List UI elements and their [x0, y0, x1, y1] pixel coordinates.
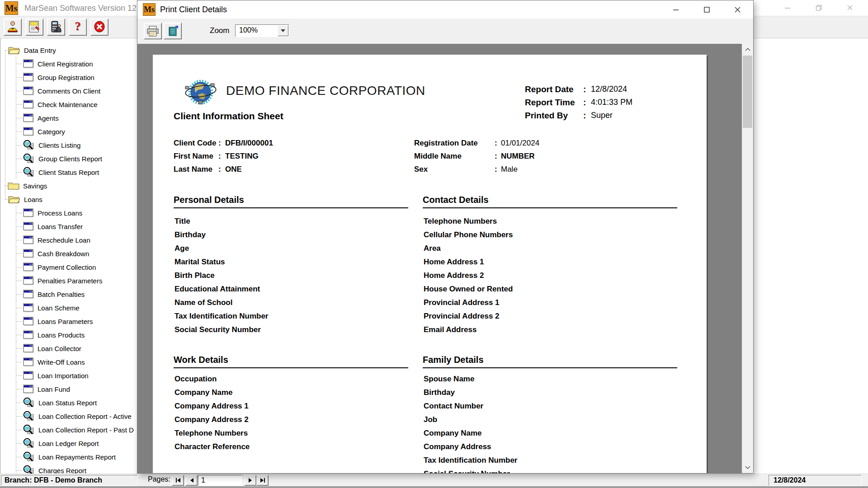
toolbar-button-exit[interactable] [90, 19, 108, 36]
tree-item-client-registration[interactable]: Client Registration [0, 57, 138, 70]
tree-item-charges-report[interactable]: Charges Report [0, 464, 138, 474]
tree-item-savings[interactable]: Savings [0, 179, 138, 192]
page-number-input[interactable] [198, 475, 242, 486]
report-field-label: Title [175, 217, 190, 226]
toolbar-button-help[interactable]: ?? [69, 19, 87, 36]
tree-item-loans-products[interactable]: Loans Products [0, 328, 138, 342]
dialog-minimize-button[interactable] [662, 1, 690, 18]
field-label: Middle Name [414, 152, 462, 160]
tree-item-payment-collection[interactable]: Payment Collection [0, 260, 138, 274]
tree-item-loan-repayments-report[interactable]: Loan Repayments Report [0, 450, 138, 464]
dialog-maximize-button[interactable] [693, 1, 721, 18]
export-notebook-icon [167, 25, 179, 37]
tree-item-label: Loans Products [38, 331, 85, 339]
window-icon [23, 208, 34, 217]
scrollbar-thumb[interactable] [743, 56, 752, 128]
report-field-label: Tax Identification Number [175, 312, 269, 321]
report-field-label: Birthday [424, 388, 455, 397]
last-page-button[interactable] [256, 475, 269, 486]
svg-text:?: ? [75, 20, 81, 33]
dialog-close-button[interactable] [723, 1, 751, 18]
scroll-up-button[interactable] [742, 44, 753, 55]
report-field-label: Educational Attainment [175, 285, 260, 294]
tree-item-penalties-parameters[interactable]: Penalties Parameters [0, 274, 138, 287]
colon-separator: : [583, 98, 586, 108]
tree-item-loans-transfer[interactable]: Loans Transfer [0, 220, 138, 233]
report-field-label: House Owned or Rented [424, 285, 513, 294]
client-info-row: Last Name:ONE [174, 165, 363, 176]
toolbar-button-reports[interactable] [47, 19, 65, 36]
window-icon [23, 127, 34, 136]
toolbar-button-registration[interactable] [25, 19, 43, 36]
tree-item-label: Loan Collection Report - Active [38, 413, 132, 420]
report-field-label: Birthday [175, 230, 206, 239]
tree-item-group-registration[interactable]: Group Registration [0, 70, 138, 84]
tree-item-loans[interactable]: Loans [0, 192, 138, 206]
close-button[interactable] [836, 0, 863, 15]
tree-item-label: Loan Collector [38, 345, 81, 352]
tree-item-reschedule-loan[interactable]: Reschedule Loan [0, 233, 138, 247]
first-page-button[interactable] [172, 475, 184, 486]
vertical-scrollbar[interactable] [742, 44, 753, 473]
tree-item-comments-on-client[interactable]: Comments On Client [0, 84, 138, 98]
scroll-down-button[interactable] [742, 462, 753, 473]
tree-item-loan-ledger-report[interactable]: Loan Ledger Report [0, 436, 138, 450]
tree-item-loans-parameters[interactable]: Loans Parameters [0, 314, 138, 328]
tree-item-write-off-loans[interactable]: Write-Off Loans [0, 355, 138, 369]
restore-icon [816, 5, 822, 11]
next-page-button[interactable] [244, 475, 256, 486]
tree-item-data-entry[interactable]: Data Entry [0, 43, 138, 57]
tree-item-loan-fund[interactable]: Loan Fund [0, 382, 138, 396]
tree-item-client-status-report[interactable]: Client Status Report [0, 165, 138, 179]
report-meta-row: Report Date:12/8/2024 [525, 84, 715, 95]
report-field-label: Company Address 1 [175, 402, 249, 411]
report-field-label: Provincial Address 1 [424, 298, 500, 307]
section-underline [174, 367, 408, 368]
tree-item-loan-collector[interactable]: Loan Collector [0, 342, 138, 355]
tree-item-label: Savings [23, 182, 47, 190]
section-work-details: Work DetailsOccupationCompany NameCompan… [174, 355, 228, 365]
restore-button[interactable] [805, 0, 832, 15]
next-page-icon [247, 477, 254, 483]
tree-item-loan-collection-report-active[interactable]: Loan Collection Report - Active [0, 409, 138, 423]
window-icon [23, 371, 34, 380]
report-field-label: Company Address [424, 442, 491, 451]
tree-item-label: Group Clients Report [38, 155, 102, 163]
tree-item-cash-breakdown[interactable]: Cash Breakdown [0, 247, 138, 260]
report-field-label: Contact Number [424, 402, 483, 411]
tree-item-label: Agents [38, 114, 59, 122]
tree-item-category[interactable]: Category [0, 125, 138, 138]
tree-item-group-clients-report[interactable]: Group Clients Report [0, 152, 138, 165]
minimize-button[interactable] [774, 0, 801, 15]
report-field-label: Marital Status [175, 258, 225, 267]
tree-item-label: Category [38, 128, 65, 136]
section-title: Contact Details [423, 195, 489, 205]
tree-item-loan-collection-report-past-d[interactable]: Loan Collection Report - Past D [0, 423, 138, 436]
export-button[interactable] [164, 23, 182, 39]
tree-item-agents[interactable]: Agents [0, 111, 138, 125]
tree-item-loan-status-report[interactable]: Loan Status Report [0, 396, 138, 409]
print-button[interactable] [144, 23, 162, 39]
report-meta-row: Printed By:Super [525, 111, 715, 122]
printer-icon [146, 25, 159, 37]
zoom-select[interactable]: 100% [235, 24, 289, 37]
window-icon [23, 100, 34, 109]
chevron-down-icon[interactable] [278, 25, 288, 36]
tree-item-label: Process Loans [38, 209, 82, 217]
report-icon [23, 167, 35, 178]
field-value: Super [591, 111, 613, 120]
tree-item-loan-scheme[interactable]: Loan Scheme [0, 301, 138, 314]
tree-item-label: Loan Fund [38, 385, 70, 393]
tree-item-process-loans[interactable]: Process Loans [0, 206, 138, 220]
print-preview-area: DEMO FINANCE CORPORATION Client Informat… [137, 44, 753, 473]
report-field-label: Cellular Phone Numbers [424, 230, 513, 239]
tree-item-loan-importation[interactable]: Loan Importation [0, 369, 138, 382]
toolbar-button-agents[interactable] [4, 19, 22, 36]
tree-item-clients-listing[interactable]: Clients Listing [0, 138, 138, 152]
tree-item-check-maintenance[interactable]: Check Maintenance [0, 98, 138, 111]
tree-item-label: Loan Ledger Report [38, 440, 99, 447]
previous-page-button[interactable] [185, 475, 198, 486]
window-icon [23, 317, 34, 326]
folder-open-icon [8, 194, 20, 204]
tree-item-batch-penalties[interactable]: Batch Penalties [0, 287, 138, 301]
